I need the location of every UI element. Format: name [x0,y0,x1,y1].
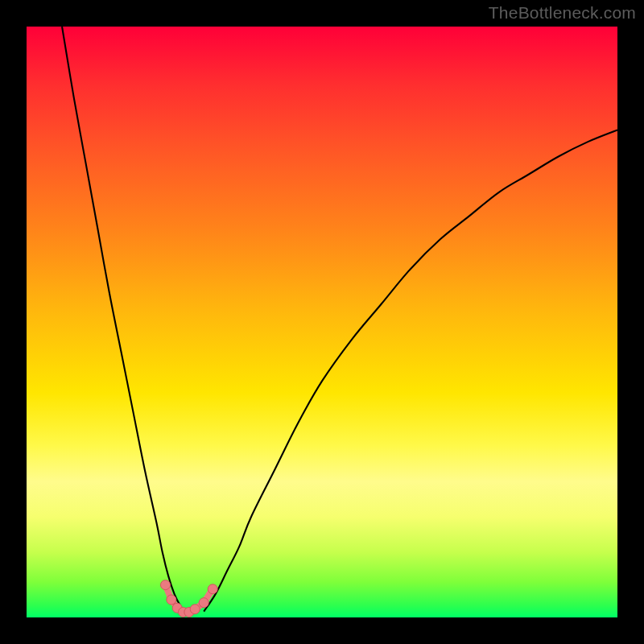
marker-dot [208,584,217,594]
marker-cluster [160,580,217,617]
marker-dot [199,598,208,608]
watermark-text: TheBottleneck.com [489,3,636,23]
curve-left-branch [62,27,186,614]
curve-right-branch [204,130,617,611]
marker-dot [160,580,170,590]
plot-area [27,27,617,617]
chart-frame: TheBottleneck.com [0,0,644,644]
chart-svg [27,27,617,617]
marker-dot [167,595,176,605]
marker-dot [190,605,200,614]
